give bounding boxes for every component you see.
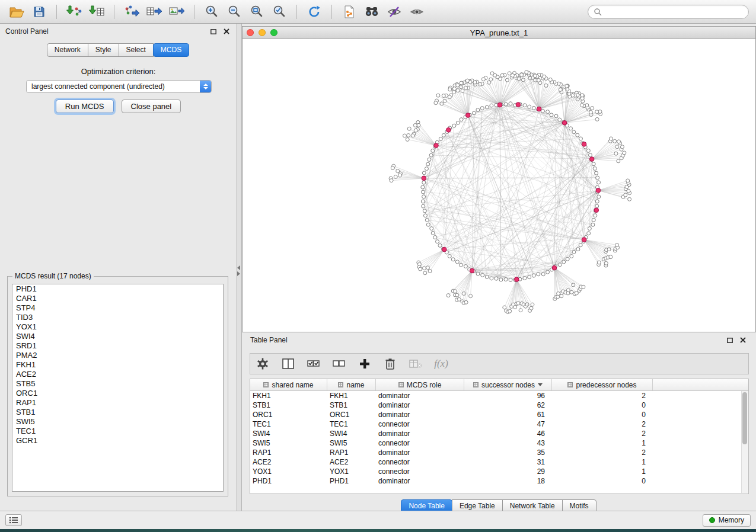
table-cell: FKH1 [327,392,376,400]
table-row[interactable]: SWI4SWI4dominator462 [250,429,748,438]
mcds-node-item[interactable]: TEC1 [12,427,223,436]
mcds-node-item[interactable]: PMA2 [12,351,223,360]
column-header-predecessor-nodes[interactable]: predecessor nodes [552,379,653,390]
column-header-name[interactable]: name [327,379,376,390]
panel-splitter[interactable] [237,24,242,511]
import-network-icon [66,5,82,19]
tab-mcds[interactable]: MCDS [153,43,189,57]
table-scrollbar[interactable] [741,391,748,493]
mcds-node-item[interactable]: RAP1 [12,398,223,408]
table-row[interactable]: PHD1PHD1dominator180 [250,476,748,486]
show-hide-details-button[interactable] [407,3,426,21]
table-cell: 1 [552,458,653,466]
criterion-dropdown[interactable]: largest connected component (undirected) [26,80,212,93]
import-table-button[interactable] [87,3,106,21]
column-header-label: successor nodes [481,381,535,389]
search-binoculars-button[interactable] [362,3,381,21]
toolbar-separator [114,5,114,19]
table-row[interactable]: ACE2ACE2connector311 [250,457,748,467]
mcds-node-item[interactable]: PHD1 [12,284,223,294]
mcds-node-item[interactable]: YOX1 [12,322,223,332]
export-network-button[interactable] [122,3,141,21]
tab-select[interactable]: Select [119,43,154,57]
network-window-titlebar[interactable]: YPA_prune.txt_1 [243,27,755,39]
zoom-fit-icon [250,5,264,19]
table-row[interactable]: YOX1YOX1connector291 [250,467,748,476]
mcds-node-item[interactable]: SWI4 [12,332,223,341]
close-panel-icon[interactable] [222,27,231,36]
tab-network[interactable]: Network [47,43,88,57]
mcds-node-item[interactable]: SWI5 [12,417,223,427]
mcds-node-item[interactable]: STB1 [12,408,223,417]
list-menu-icon [9,517,18,524]
status-menu-button[interactable] [5,514,22,526]
column-header-MCDS-role[interactable]: MCDS role [376,379,464,390]
close-table-panel-icon[interactable] [738,336,748,345]
tab-style[interactable]: Style [88,43,119,57]
column-header-successor-nodes[interactable]: successor nodes [464,379,552,390]
show-columns-button[interactable] [280,356,296,371]
open-folder-button[interactable] [7,3,26,21]
table-panel-title: Table Panel [250,336,288,344]
search-input[interactable] [605,8,743,16]
mcds-node-item[interactable]: STP4 [12,303,223,313]
table-settings-button[interactable] [255,356,270,371]
table-row[interactable]: FKH1FKH1dominator962 [250,391,748,400]
deselect-all-button[interactable] [331,356,347,371]
float-table-panel-icon[interactable] [725,336,735,345]
mcds-node-item[interactable]: ORC1 [12,389,223,398]
mcds-node-item[interactable]: GCR1 [12,436,223,446]
zoom-out-button[interactable] [225,3,244,21]
add-row-button[interactable] [357,356,372,371]
mcds-node-item[interactable]: STB5 [12,379,223,389]
table-cell: 1 [552,439,653,447]
splitter-collapse-icons[interactable] [237,265,240,276]
memory-button[interactable]: Memory [703,514,751,527]
toggle-graphics-details-button[interactable] [385,3,404,21]
refresh-view-button[interactable] [305,3,324,21]
delete-row-button[interactable] [382,356,398,371]
table-cell: 29 [464,467,552,476]
select-all-icon [307,357,321,370]
table-row[interactable]: TEC1TEC1connector472 [250,419,748,429]
mcds-node-item[interactable]: FKH1 [12,360,223,370]
network-graph[interactable] [243,39,755,332]
toolbar-separator [296,5,297,19]
mcds-node-item[interactable]: SRD1 [12,341,223,351]
table-cell: PHD1 [250,477,327,485]
column-header-shared-name[interactable]: shared name [250,379,327,390]
table-cell: SWI5 [250,439,327,447]
mcds-result-list[interactable]: PHD1CAR1STP4TID3YOX1SWI4SRD1PMA2FKH1ACE2… [12,284,224,492]
table-row[interactable]: RAP1RAP1dominator352 [250,448,748,457]
table-cell: 35 [464,448,552,457]
table-row[interactable]: STB1STB1dominator620 [250,400,748,410]
gear-icon [256,357,269,370]
open-network-file-button[interactable] [340,3,359,21]
mcds-node-item[interactable]: CAR1 [12,294,223,303]
zoom-selected-button[interactable] [270,3,289,21]
table-cell: YOX1 [327,467,376,476]
eye-icon [409,5,425,19]
close-panel-button[interactable]: Close panel [122,100,181,113]
run-mcds-button[interactable]: Run MCDS [56,100,114,113]
select-all-button[interactable] [306,356,321,371]
table-scrollbar-thumb[interactable] [742,392,747,444]
main-toolbar [0,0,756,24]
table-row[interactable]: SWI5SWI5connector431 [250,438,748,448]
save-icon [33,5,46,18]
export-image-button[interactable] [167,3,186,21]
export-table-button[interactable] [145,3,164,21]
dropdown-stepper-icon [200,81,211,92]
network-canvas[interactable] [243,39,755,332]
save-session-button[interactable] [30,3,49,21]
import-network-button[interactable] [65,3,84,21]
network-search-box[interactable] [588,5,749,19]
float-panel-icon[interactable] [209,27,218,36]
zoom-in-button[interactable] [202,3,221,21]
mcds-node-item[interactable]: ACE2 [12,370,223,379]
table-cell: 2 [552,448,653,457]
zoom-fit-button[interactable] [247,3,266,21]
mcds-node-item[interactable]: TID3 [12,313,223,322]
table-row[interactable]: ORC1ORC1dominator610 [250,410,748,419]
table-disabled-icon [409,358,423,370]
